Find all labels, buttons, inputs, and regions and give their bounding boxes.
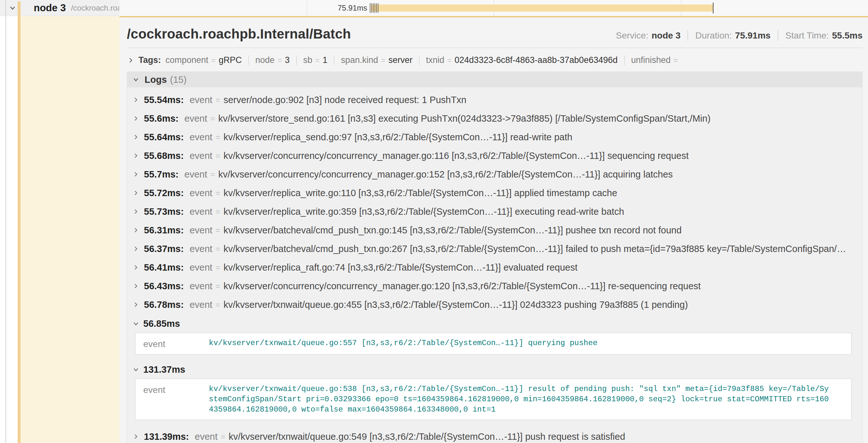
timeline-gridline — [307, 0, 307, 16]
chevron-right-icon[interactable] — [132, 115, 140, 122]
equals-sign: = — [216, 263, 220, 272]
log-entry-row[interactable]: 55.7ms: event = kv/kvserver/concurrency/… — [132, 165, 862, 183]
equals-sign: = — [216, 300, 220, 309]
log-field-value[interactable]: kv/kvserver/txnwait/queue.go:538 [n3,s3,… — [209, 384, 851, 415]
chevron-down-icon[interactable] — [8, 3, 17, 12]
log-field-value: kv/kvserver/txnwait/queue.go:549 [n3,s3,… — [229, 432, 625, 442]
chevron-right-icon[interactable] — [132, 264, 140, 271]
logs-header[interactable]: Logs (15) — [127, 72, 862, 87]
span-duration-bar[interactable] — [371, 4, 713, 11]
log-field-key: event — [189, 150, 212, 161]
log-field-key: event — [195, 432, 217, 442]
log-marker-tick — [375, 3, 375, 13]
span-meta-item: Start Time: 55.5ms — [778, 31, 863, 41]
equals-sign: = — [221, 432, 225, 441]
chevron-right-icon[interactable] — [127, 57, 134, 64]
log-timestamp: 55.7ms: — [144, 169, 179, 180]
log-timestamp: 131.37ms — [143, 364, 185, 375]
log-field-key: event — [189, 300, 212, 310]
log-keyvalue-row: event kv/kvserver/txnwait/queue.go:557 [… — [135, 338, 851, 349]
chevron-down-icon[interactable] — [132, 366, 140, 373]
tag-item: unfinished = — [624, 55, 681, 65]
log-entry-row[interactable]: 56.43ms: event = kv/kvserver/concurrency… — [132, 277, 862, 295]
equals-sign: = — [674, 56, 678, 65]
log-field-value: kv/kvserver/batcheval/cmd_push_txn.go:14… — [224, 225, 682, 236]
log-marker-tick — [371, 3, 372, 13]
log-entry-row[interactable]: 55.6ms: event = kv/kvserver/store_send.g… — [132, 109, 862, 128]
meta-value: 75.91ms — [735, 31, 771, 41]
log-keyvalue-row: event kv/kvserver/txnwait/queue.go:538 [… — [135, 384, 851, 415]
chevron-right-icon[interactable] — [132, 245, 140, 252]
logs-list: 55.54ms: event = server/node.go:902 [n3]… — [127, 87, 862, 443]
equals-sign: = — [216, 95, 220, 105]
log-field-key: event — [189, 95, 212, 105]
span-detail-title: /cockroach.roachpb.Internal/Batch — [127, 26, 351, 42]
log-field-key: event — [189, 132, 212, 142]
chevron-right-icon[interactable] — [132, 433, 140, 440]
logs-accordion: Logs (15) 55.54ms: event = server/node.g… — [127, 72, 863, 443]
log-field-key: event — [189, 225, 212, 236]
log-entry-row[interactable]: 56.41ms: event = kv/kvserver/replica_raf… — [132, 258, 862, 277]
log-field-key: event — [135, 338, 209, 349]
chevron-right-icon[interactable] — [132, 301, 140, 308]
log-field-value[interactable]: kv/kvserver/txnwait/queue.go:557 [n3,s3,… — [209, 338, 851, 348]
log-timestamp: 55.73ms: — [144, 206, 184, 217]
log-entry-row[interactable]: 55.68ms: event = kv/kvserver/concurrency… — [132, 146, 862, 165]
log-timestamp: 56.85ms — [143, 318, 180, 329]
span-duration-label: 75.91ms — [338, 0, 367, 16]
span-timeline: 75.91ms — [120, 0, 868, 16]
tree-guide-line — [5, 0, 6, 443]
log-entry-row[interactable]: 56.31ms: event = kv/kvserver/batcheval/c… — [132, 221, 862, 239]
log-field-key: event — [189, 206, 212, 217]
log-field-value: kv/kvserver/replica_raft.go:74 [n3,s3,r6… — [224, 262, 578, 273]
chevron-right-icon[interactable] — [132, 171, 140, 178]
log-entry-row[interactable]: 55.73ms: event = kv/kvserver/replica_wri… — [132, 202, 862, 221]
log-field-key: event — [189, 244, 212, 254]
log-field-value: kv/kvserver/replica_send.go:97 [n3,s3,r6… — [224, 132, 572, 142]
log-entry-row[interactable]: 56.37ms: event = kv/kvserver/batcheval/c… — [132, 239, 862, 258]
log-entry-row[interactable]: 55.72ms: event = kv/kvserver/replica_wri… — [132, 183, 862, 202]
log-entry-expanded-header[interactable]: 56.85ms — [132, 316, 862, 331]
tag-value: server — [389, 55, 412, 65]
chevron-right-icon[interactable] — [132, 282, 140, 289]
log-timestamp: 131.39ms: — [144, 432, 189, 442]
selected-span-row-highlight — [21, 16, 120, 443]
chevron-right-icon[interactable] — [132, 190, 140, 197]
span-service-name: node 3 — [34, 2, 66, 14]
log-field-key: event — [184, 169, 207, 180]
chevron-right-icon[interactable] — [132, 227, 140, 234]
log-timestamp: 55.64ms: — [144, 132, 184, 142]
log-field-value: kv/kvserver/store_send.go:161 [n3,s3] ex… — [218, 113, 711, 124]
logs-title: Logs — [145, 74, 167, 85]
chevron-down-icon[interactable] — [132, 75, 140, 84]
meta-label: Service: — [616, 31, 648, 41]
log-entry-row[interactable]: 55.54ms: event = server/node.go:902 [n3]… — [132, 91, 862, 109]
chevron-down-icon[interactable] — [132, 320, 140, 327]
equals-sign: = — [216, 151, 220, 161]
tag-item: component = gRPC — [165, 55, 242, 65]
equals-sign: = — [315, 56, 320, 65]
log-field-key: event — [184, 113, 207, 124]
tag-value: 3 — [285, 55, 290, 65]
log-entry-row[interactable]: 56.78ms: event = kv/kvserver/txnwait/que… — [132, 295, 862, 314]
span-color-strip — [18, 1, 21, 443]
log-entry-row[interactable]: 55.64ms: event = kv/kvserver/replica_sen… — [132, 128, 862, 146]
equals-sign: = — [216, 244, 220, 253]
equals-sign: = — [381, 56, 385, 65]
span-meta-item: Service: node 3 — [616, 31, 680, 41]
chevron-right-icon[interactable] — [132, 152, 140, 159]
tag-item: node = 3 — [248, 55, 290, 65]
meta-label: Start Time: — [785, 31, 829, 41]
chevron-right-icon[interactable] — [132, 96, 140, 103]
log-field-key: event — [189, 281, 212, 292]
equals-sign: = — [447, 56, 452, 65]
chevron-right-icon[interactable] — [132, 208, 140, 215]
log-entry-row[interactable]: 131.39ms: event = kv/kvserver/txnwait/qu… — [132, 427, 862, 443]
chevron-right-icon[interactable] — [132, 134, 140, 141]
tags-row[interactable]: Tags: component = gRPC node = 3 sb = 1 s… — [127, 55, 863, 65]
log-entry-expanded: 56.85ms event kv/kvserver/txnwait/queue.… — [132, 316, 862, 355]
log-entry-expanded-header[interactable]: 131.37ms — [132, 362, 862, 377]
tag-item: sb = 1 — [296, 55, 328, 65]
tag-key: unfinished — [631, 55, 671, 65]
tag-value: 1 — [322, 55, 327, 65]
